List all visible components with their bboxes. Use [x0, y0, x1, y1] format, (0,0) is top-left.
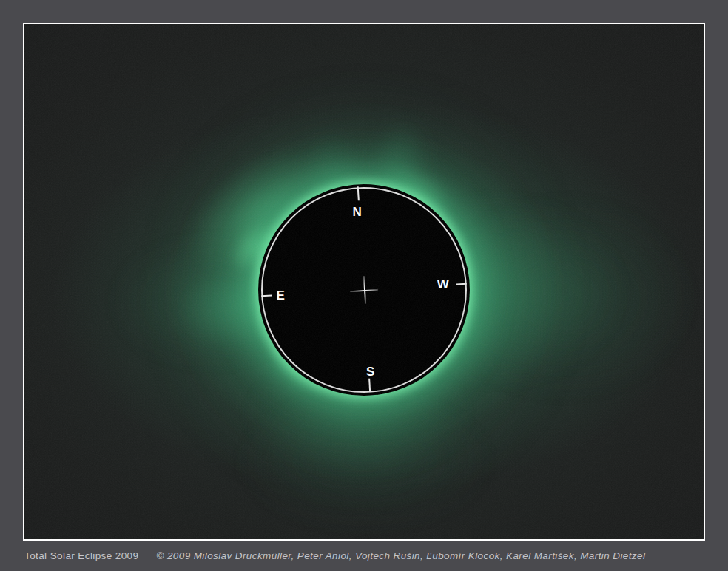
west-label: W	[437, 278, 449, 291]
eclipse-photo: N E W S	[24, 24, 704, 539]
south-label: S	[366, 365, 374, 378]
east-label: E	[277, 289, 285, 302]
page: { "photo": { "title": "Total Solar Eclip…	[0, 0, 728, 571]
north-label: N	[353, 206, 362, 218]
caption-bar: Total Solar Eclipse 2009 © 2009 Miloslav…	[24, 548, 704, 563]
photo-credit: © 2009 Miloslav Druckmüller, Peter Aniol…	[156, 550, 645, 561]
photo-title: Total Solar Eclipse 2009	[24, 550, 138, 561]
photo-frame: N E W S	[23, 23, 705, 541]
